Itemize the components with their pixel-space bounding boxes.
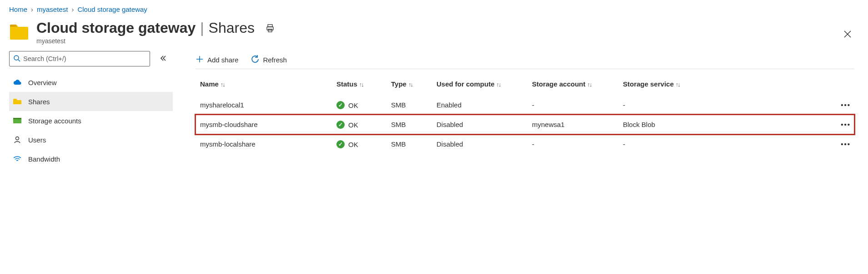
cell-account: - — [527, 95, 618, 115]
sidebar-item-overview[interactable]: Overview — [9, 73, 173, 92]
svg-point-5 — [14, 56, 19, 60]
storage-icon — [13, 117, 22, 124]
svg-rect-2 — [268, 29, 272, 32]
cell-type: SMB — [386, 115, 432, 134]
toolbar: Add share Refresh — [196, 51, 854, 69]
row-more-button[interactable]: ••• — [837, 119, 854, 130]
search-input[interactable] — [23, 55, 146, 62]
sidebar-item-label: Overview — [28, 79, 57, 86]
sidebar-item-bandwidth[interactable]: Bandwidth — [9, 149, 173, 168]
svg-line-6 — [18, 60, 20, 61]
add-share-label: Add share — [207, 56, 238, 64]
col-type[interactable]: Type↑↓ — [386, 73, 432, 95]
sidebar-item-storage-accounts[interactable]: Storage accounts — [9, 111, 173, 130]
page-header: Cloud storage gateway | Shares myasetest — [0, 15, 868, 45]
sidebar-item-label: Users — [28, 136, 46, 144]
breadcrumb-resource[interactable]: myasetest — [37, 5, 68, 13]
cell-account: - — [527, 134, 618, 154]
search-box[interactable] — [9, 51, 150, 66]
cell-name: mysharelocal1 — [196, 95, 332, 115]
page-subtitle: myasetest — [36, 37, 859, 45]
cell-status: ✓OK — [332, 95, 386, 115]
col-status[interactable]: Status↑↓ — [332, 73, 386, 95]
nav-list: OverviewSharesStorage accountsUsersBandw… — [9, 73, 173, 168]
table-row[interactable]: mysmb-localshare✓OKSMBDisabled--••• — [196, 134, 854, 154]
plus-icon — [196, 55, 204, 65]
cell-compute: Disabled — [432, 134, 527, 154]
col-used-for-compute[interactable]: Used for compute↑↓ — [432, 73, 527, 95]
wifi-icon — [13, 155, 22, 162]
refresh-button[interactable]: Refresh — [251, 55, 287, 65]
folder-icon — [13, 98, 22, 105]
folder-icon — [9, 22, 29, 41]
status-ok-icon: ✓ — [336, 121, 345, 129]
cell-status: ✓OK — [332, 115, 386, 134]
cell-service: - — [618, 95, 714, 115]
svg-rect-0 — [268, 25, 272, 27]
title-separator: | — [196, 20, 208, 36]
breadcrumb-page[interactable]: Cloud storage gateway — [77, 5, 147, 13]
svg-rect-8 — [13, 118, 21, 119]
cell-type: SMB — [386, 134, 432, 154]
cell-name: mysmb-localshare — [196, 134, 332, 154]
sidebar-item-label: Shares — [28, 98, 50, 106]
col-storage-service[interactable]: Storage service↑↓ — [618, 73, 714, 95]
cloud-icon — [13, 79, 22, 86]
cell-compute: Disabled — [432, 115, 527, 134]
chevron-right-icon: › — [71, 5, 74, 13]
chevron-right-icon: › — [31, 5, 33, 13]
cell-service: - — [618, 134, 714, 154]
shares-table: Name↑↓ Status↑↓ Type↑↓ Used for compute↑… — [196, 73, 854, 154]
svg-rect-1 — [267, 27, 273, 30]
add-share-button[interactable]: Add share — [196, 55, 238, 65]
row-more-button[interactable]: ••• — [837, 138, 854, 150]
close-button[interactable] — [841, 27, 854, 42]
cell-service: Block Blob — [618, 115, 714, 134]
print-button[interactable] — [266, 20, 275, 36]
col-name[interactable]: Name↑↓ — [196, 73, 332, 95]
main-panel: Add share Refresh Name↑↓ Status↑↓ Type↑↓… — [173, 51, 868, 168]
refresh-icon — [251, 55, 259, 65]
table-row[interactable]: mysmb-cloudshare✓OKSMBDisabledmynewsa1Bl… — [196, 115, 854, 134]
cell-name: mysmb-cloudshare — [196, 115, 332, 134]
page-title: Cloud storage gateway — [36, 20, 196, 36]
user-icon — [13, 136, 22, 144]
cell-status: ✓OK — [332, 134, 386, 154]
search-icon — [13, 55, 20, 63]
cell-account: mynewsa1 — [527, 115, 618, 134]
svg-point-9 — [16, 137, 19, 140]
cell-type: SMB — [386, 95, 432, 115]
col-storage-account[interactable]: Storage account↑↓ — [527, 73, 618, 95]
table-row[interactable]: mysharelocal1✓OKSMBEnabled--••• — [196, 95, 854, 115]
collapse-sidebar-button[interactable] — [157, 53, 168, 65]
sidebar-item-shares[interactable]: Shares — [9, 92, 173, 111]
sidebar: OverviewSharesStorage accountsUsersBandw… — [9, 51, 173, 168]
cell-compute: Enabled — [432, 95, 527, 115]
sidebar-item-label: Storage accounts — [28, 117, 81, 125]
refresh-label: Refresh — [263, 56, 287, 64]
breadcrumb-home[interactable]: Home — [9, 5, 27, 13]
row-more-button[interactable]: ••• — [837, 99, 854, 111]
breadcrumb: Home › myasetest › Cloud storage gateway — [0, 0, 868, 15]
sidebar-item-label: Bandwidth — [28, 155, 60, 163]
status-ok-icon: ✓ — [336, 101, 345, 109]
page-section: Shares — [209, 20, 255, 36]
status-ok-icon: ✓ — [336, 140, 345, 148]
sidebar-item-users[interactable]: Users — [9, 130, 173, 149]
